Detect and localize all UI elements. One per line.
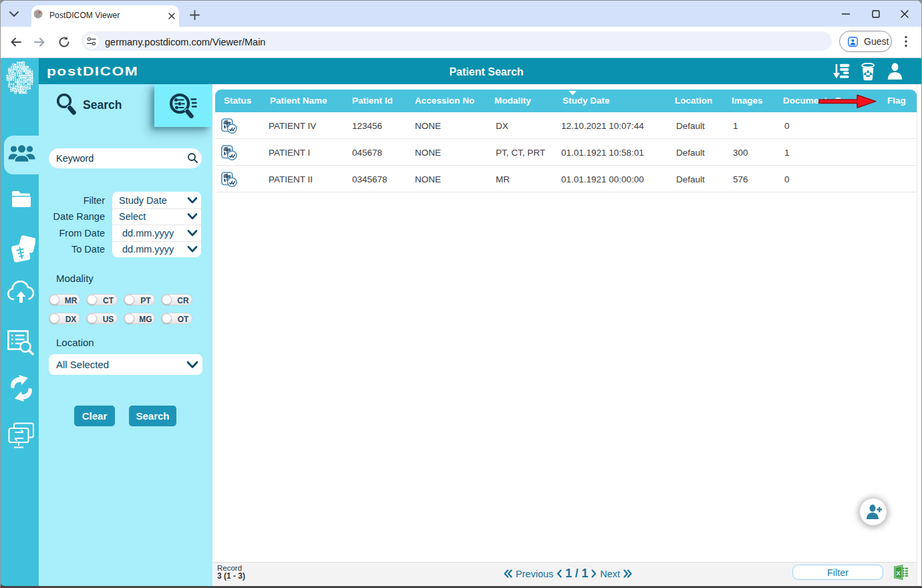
svg-text:X: X	[896, 569, 901, 577]
